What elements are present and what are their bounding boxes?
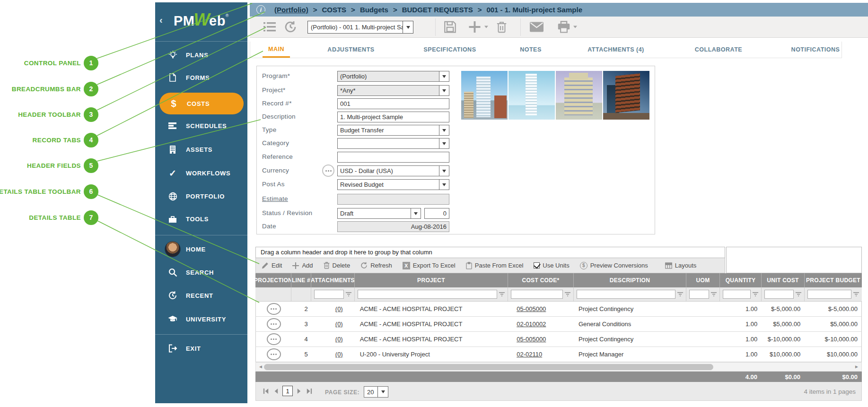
dropdown-arrow-icon[interactable]	[403, 21, 413, 33]
info-icon[interactable]: i	[256, 5, 265, 14]
dropdown-arrow-icon[interactable]	[439, 71, 449, 81]
cell-cost-code-link[interactable]: 02-010002	[517, 320, 546, 328]
last-page-button[interactable]	[306, 388, 313, 395]
col-header-unit-cost[interactable]: UNIT COST	[762, 273, 805, 287]
dropdown-arrow-icon[interactable]	[439, 139, 449, 148]
record-selector-dropdown[interactable]: (Portfolio) - 001 1. Multi-project Sam	[307, 21, 413, 34]
filter-input-unit-cost[interactable]	[764, 290, 794, 299]
post-as-select[interactable]: Revised Budget	[337, 179, 449, 190]
delete-button[interactable]: Delete	[324, 262, 351, 269]
currency-ellipsis-button[interactable]	[322, 165, 334, 177]
tab-collaborate[interactable]: COLLABORATE	[689, 42, 748, 58]
preview-conversions-button[interactable]: $ Preview Conversions	[580, 262, 648, 269]
estimate-link[interactable]: Estimate	[262, 195, 288, 202]
current-page-input[interactable]: 1	[282, 386, 293, 396]
filter-funnel-icon[interactable]	[711, 292, 718, 297]
filter-input-quantity[interactable]	[723, 290, 751, 299]
add-button[interactable]: Add	[292, 262, 313, 269]
email-icon[interactable]	[530, 22, 544, 32]
sidebar-item-recent[interactable]: RECENT	[155, 286, 247, 305]
filter-input-project-budget[interactable]	[807, 290, 851, 299]
col-header-line-number[interactable]: LINE #	[291, 273, 311, 287]
table-row[interactable]: 4 (0) ACME - ACME HOSPITAL PROJECT 05-00…	[255, 332, 862, 347]
edit-button[interactable]: Edit	[262, 262, 282, 269]
dropdown-arrow-icon[interactable]	[439, 180, 449, 190]
status-select[interactable]: Draft	[337, 208, 421, 219]
refresh-button[interactable]: Refresh	[360, 262, 392, 269]
scroll-right-arrow-icon[interactable]: ►	[854, 364, 859, 369]
description-input[interactable]: 1. Multi-project Sample	[337, 112, 449, 122]
row-actions-ellipsis-button[interactable]	[267, 318, 281, 330]
cell-cost-code-link[interactable]: 05-005000	[517, 305, 546, 312]
sidebar-item-plans[interactable]: PLANS	[155, 45, 247, 65]
filter-input-attachments[interactable]	[314, 290, 344, 299]
cell-attachments-link[interactable]: (0)	[335, 351, 343, 358]
next-page-button[interactable]	[296, 388, 302, 395]
layouts-button[interactable]: Layouts	[665, 262, 697, 269]
sidebar-item-workflows[interactable]: ✓ WORKFLOWS	[155, 163, 247, 183]
sidebar-item-costs[interactable]: $ COSTS	[159, 93, 244, 114]
cell-attachments-link[interactable]: (0)	[335, 320, 343, 328]
cell-cost-code-link[interactable]: 05-005000	[517, 336, 546, 343]
sidebar-item-portfolio[interactable]: PORTFOLIO	[155, 186, 247, 206]
tab-main[interactable]: MAIN	[263, 42, 290, 58]
export-to-excel-button[interactable]: X Export To Excel	[403, 262, 456, 269]
sidebar-item-home[interactable]: HOME	[155, 239, 247, 259]
save-icon[interactable]	[444, 21, 456, 34]
record-history-icon[interactable]	[284, 20, 297, 34]
dropdown-arrow-icon[interactable]	[439, 166, 449, 176]
table-row[interactable]: 3 (0) ACME - ACME HOSPITAL PROJECT 02-01…	[255, 317, 862, 332]
program-select[interactable]: (Portfolio)	[337, 71, 449, 82]
col-header-description[interactable]: DESCRIPTION	[574, 273, 686, 287]
breadcrumb-portfolio[interactable]: (Portfolio)	[274, 6, 308, 14]
sidebar-item-schedules[interactable]: SCHEDULES	[155, 116, 247, 136]
tab-specifications[interactable]: SPECIFICATIONS	[418, 42, 482, 58]
tab-notifications[interactable]: NOTIFICATIONS	[786, 42, 846, 58]
delete-record-icon[interactable]	[496, 21, 508, 34]
dropdown-arrow-icon[interactable]	[439, 125, 449, 135]
revision-input[interactable]: 0	[424, 208, 449, 219]
filter-funnel-icon[interactable]	[853, 292, 860, 297]
cell-cost-code-link[interactable]: 02-02110	[517, 351, 542, 358]
table-row[interactable]: 2 (0) ACME - ACME HOSPITAL PROJECT 05-00…	[255, 302, 862, 317]
add-record-icon[interactable]	[468, 21, 481, 34]
row-actions-ellipsis-button[interactable]	[267, 303, 281, 315]
row-actions-ellipsis-button[interactable]	[267, 333, 281, 345]
use-units-checkbox[interactable]: Use Units	[534, 262, 569, 269]
dropdown-arrow-icon[interactable]	[411, 208, 421, 218]
filter-funnel-icon[interactable]	[677, 292, 684, 297]
currency-select[interactable]: USD - Dollar (USA)	[337, 165, 449, 176]
col-header-quantity[interactable]: QUANTITY	[720, 273, 762, 287]
paste-from-excel-button[interactable]: Paste From Excel	[466, 262, 524, 269]
tab-attachments[interactable]: ATTACHMENTS (4)	[582, 42, 650, 58]
project-select[interactable]: *Any*	[337, 85, 449, 96]
sidebar-item-exit[interactable]: EXIT	[155, 338, 247, 358]
filter-input-uom[interactable]	[689, 290, 709, 299]
col-header-projection[interactable]: PROJECTION	[255, 273, 291, 287]
horizontal-scrollbar[interactable]: ◄ ►	[255, 362, 862, 372]
filter-input-description[interactable]	[577, 290, 675, 299]
print-icon[interactable]	[557, 21, 570, 33]
sidebar-item-assets[interactable]: ASSETS	[155, 139, 247, 159]
dropdown-arrow-icon[interactable]	[439, 86, 449, 95]
scroll-left-arrow-icon[interactable]: ◄	[258, 364, 263, 369]
tab-adjustments[interactable]: ADJUSTMENTS	[322, 42, 380, 58]
col-header-attachments[interactable]: ATTACHMENTS	[311, 273, 355, 287]
col-header-cost-code[interactable]: COST CODE*	[508, 273, 574, 287]
filter-funnel-icon[interactable]	[565, 292, 571, 297]
col-header-project-budget[interactable]: PROJECT BUDGET	[805, 273, 862, 287]
category-select[interactable]	[337, 138, 449, 149]
table-row[interactable]: 5 (0) U-200 - University Project 02-0211…	[255, 347, 862, 362]
filter-funnel-icon[interactable]	[499, 292, 506, 297]
sidebar-item-tools[interactable]: TOOLS	[155, 209, 247, 229]
print-dropdown-caret-icon[interactable]	[573, 26, 577, 28]
group-by-drop-zone[interactable]: Drag a column header and drop it here to…	[255, 247, 725, 258]
row-actions-ellipsis-button[interactable]	[267, 348, 281, 360]
reference-input[interactable]	[337, 152, 449, 163]
col-header-project[interactable]: PROJECT	[355, 273, 508, 287]
dropdown-arrow-icon[interactable]	[377, 387, 388, 397]
type-select[interactable]: Budget Transfer	[337, 125, 449, 136]
previous-page-button[interactable]	[273, 388, 279, 395]
cell-attachments-link[interactable]: (0)	[335, 336, 343, 343]
records-list-icon[interactable]	[263, 21, 276, 33]
